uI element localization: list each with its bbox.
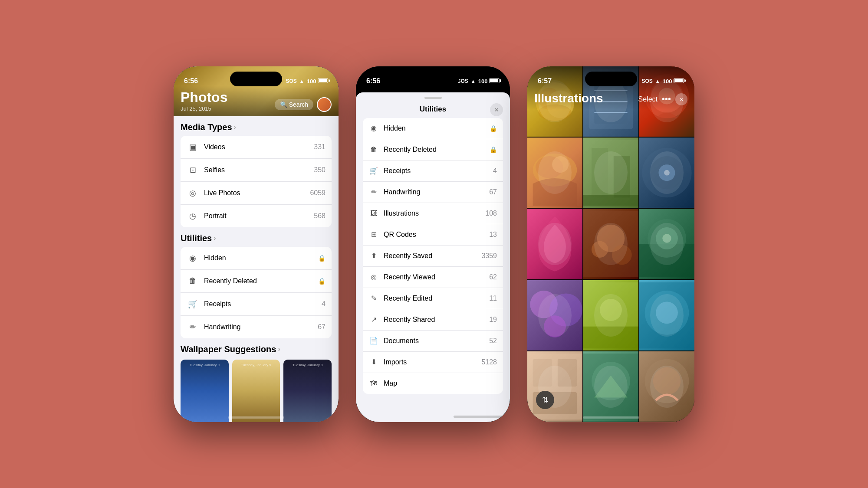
selfies-count: 350 — [314, 166, 326, 174]
modal-recently-deleted-label: Recently Deleted — [384, 146, 484, 154]
recently-deleted-lock: 🔒 — [318, 278, 326, 285]
list-item[interactable]: ◎ Live Photos 6059 — [181, 182, 332, 205]
svg-point-13 — [536, 156, 563, 178]
photos-title-area: Photos Jul 25, 2015 — [181, 89, 227, 112]
phone3-screen: 6:57 SOS ▲ 100 — [527, 66, 694, 422]
list-item[interactable]: ⊡ Selfies 350 — [181, 159, 332, 182]
search-icon: 🔍 — [280, 101, 287, 108]
phone1-screen: 6:56 SOS ▲ 100 Photos Jul 25, 2015 🔍 — [174, 66, 339, 422]
modal-receipts-icon: 🛒 — [369, 166, 378, 176]
modal-list-item[interactable]: 📄 Documents 52 — [363, 331, 503, 352]
photo-cell-4[interactable] — [527, 138, 582, 208]
modal-list-item[interactable]: ✎ Recently Edited 11 — [363, 288, 503, 309]
modal-list-item[interactable]: ⬆ Recently Saved 3359 — [363, 246, 503, 267]
svg-point-32 — [549, 293, 582, 326]
photo-cell-10[interactable] — [527, 280, 582, 350]
svg-rect-16 — [592, 148, 608, 197]
select-button[interactable]: Select — [638, 95, 658, 103]
modal-list-item[interactable]: ◉ Hidden 🔒 — [363, 118, 503, 139]
svg-point-19 — [642, 148, 691, 197]
modal-list-item[interactable]: 🖼 Illustrations 108 — [363, 203, 503, 224]
modal-close-button[interactable]: × — [490, 103, 503, 116]
receipts-count: 4 — [322, 300, 326, 308]
svg-point-25 — [592, 241, 608, 258]
svg-point-20 — [650, 156, 683, 189]
home-indicator-2 — [454, 416, 510, 418]
photo-cell-7[interactable] — [527, 209, 582, 279]
media-types-header[interactable]: Media Types › — [181, 116, 332, 136]
modal-receipts-count: 4 — [493, 167, 497, 175]
avatar[interactable] — [317, 97, 332, 112]
receipts-label: Receipts — [204, 300, 316, 308]
dynamic-island-2 — [407, 72, 459, 86]
modal-list-item[interactable]: ⊞ QR Codes 13 — [363, 224, 503, 246]
battery-2: 100 — [478, 78, 500, 85]
modal-scroll-area[interactable]: ◉ Hidden 🔒 🗑 Recently Deleted 🔒 🛒 Receip… — [356, 118, 510, 411]
live-photos-count: 6059 — [310, 189, 326, 197]
close-button-3[interactable]: × — [675, 93, 687, 105]
modal-list-item[interactable]: 🗺 Map — [363, 373, 503, 394]
videos-label: Videos — [204, 143, 309, 151]
svg-point-14 — [552, 156, 569, 173]
modal-recently-viewed-count: 62 — [489, 273, 497, 281]
list-item[interactable]: 🛒 Receipts 4 — [181, 293, 332, 316]
modal-recently-edited-label: Recently Edited — [384, 295, 484, 302]
modal-qr-count: 13 — [489, 231, 497, 239]
modal-recently-deleted-lock: 🔒 — [490, 146, 497, 153]
status-right-2: SOS ▲ 100 — [457, 78, 500, 85]
svg-rect-17 — [614, 156, 630, 197]
photo-cell-11[interactable] — [583, 280, 638, 350]
modal-list-item[interactable]: ✏ Handwriting 67 — [363, 182, 503, 203]
svg-point-36 — [600, 299, 622, 321]
more-options-button[interactable]: ••• — [662, 94, 671, 104]
search-label: Search — [289, 101, 308, 108]
photo-cell-8[interactable] — [583, 209, 638, 279]
list-item[interactable]: ▣ Videos 331 — [181, 136, 332, 159]
modal-list-item[interactable]: ↗ Recently Shared 19 — [363, 309, 503, 331]
wifi-icon-2: ▲ — [470, 78, 476, 85]
photo-cell-6[interactable] — [639, 138, 694, 208]
modal-list-item[interactable]: 🛒 Receipts 4 — [363, 160, 503, 182]
photo-cell-12[interactable] — [639, 280, 694, 350]
svg-rect-34 — [583, 326, 638, 348]
wallpaper-label: Wallpaper Suggestions — [181, 344, 276, 354]
modal-recently-shared-count: 19 — [489, 316, 497, 324]
list-item[interactable]: ◷ Portrait 568 — [181, 205, 332, 227]
modal-list-item[interactable]: 🗑 Recently Deleted 🔒 — [363, 139, 503, 160]
sort-button[interactable]: ⇅ — [536, 391, 554, 409]
search-button[interactable]: 🔍 Search — [275, 99, 313, 110]
svg-point-31 — [530, 291, 558, 318]
utilities-header[interactable]: Utilities › — [181, 227, 332, 247]
battery-icon-1 — [318, 78, 328, 83]
list-item[interactable]: ◉ Hidden 🔒 — [181, 247, 332, 270]
svg-point-24 — [597, 225, 625, 252]
live-photos-icon: ◎ — [187, 187, 199, 199]
modal-recently-shared-label: Recently Shared — [384, 316, 484, 324]
media-types-chevron: › — [234, 123, 236, 131]
wallpaper-header[interactable]: Wallpaper Suggestions › — [181, 338, 332, 358]
photo-cell-13[interactable] — [527, 351, 582, 422]
portrait-label: Portrait — [204, 212, 309, 220]
phone2-screen: 6:56 SOS ▲ 100 Utilities × ◉ — [356, 66, 510, 422]
media-types-list: ▣ Videos 331 ⊡ Selfies 350 ◎ Live Photos… — [181, 136, 332, 227]
photo-cell-15[interactable] — [639, 351, 694, 422]
illustrations-controls: Select ••• × — [638, 93, 687, 105]
modal-receipts-label: Receipts — [384, 167, 488, 175]
list-item[interactable]: 🗑 Recently Deleted 🔒 — [181, 270, 332, 293]
list-item[interactable]: ✏ Handwriting 67 — [181, 316, 332, 338]
wallpaper-thumb-3[interactable]: Tuesday, January 9 9:41 — [283, 360, 332, 422]
hero-overlay: Photos Jul 25, 2015 🔍 Search — [174, 86, 339, 116]
wallpaper-thumb-1[interactable]: Tuesday, January 9 9:41 — [181, 360, 229, 422]
modal-qr-icon: ⊞ — [369, 230, 378, 239]
photo-cell-9[interactable] — [639, 209, 694, 279]
svg-point-39 — [656, 301, 678, 324]
photo-cell-5[interactable] — [583, 138, 638, 208]
modal-list-item[interactable]: ⬇ Imports 5128 — [363, 352, 503, 373]
wallpaper-thumb-2[interactable]: Tuesday, January 9 9:41 — [232, 360, 280, 422]
modal-list-item[interactable]: ◎ Recently Viewed 62 — [363, 267, 503, 288]
photo-cell-14[interactable] — [583, 351, 638, 422]
hidden-lock: 🔒 — [318, 255, 326, 262]
svg-point-46 — [645, 359, 689, 403]
battery-icon-3 — [674, 78, 684, 83]
modal-imports-icon: ⬇ — [369, 357, 378, 367]
